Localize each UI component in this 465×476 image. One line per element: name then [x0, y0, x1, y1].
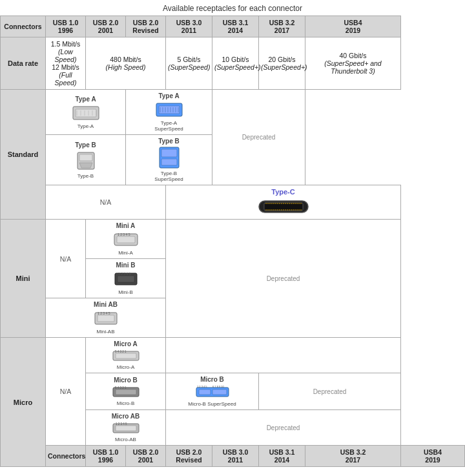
bottom-usb20: USB 2.0 2001	[126, 446, 166, 467]
standard-typea-row: Standard Type A Type-A	[1, 90, 465, 135]
main-title: Available receptacles for each connector	[0, 0, 465, 16]
svg-rect-74	[116, 353, 136, 358]
bottom-usb10: USB 1.0 1996	[86, 446, 126, 467]
standard-typeb-usb3: Type B Type-BSuperSpeed	[126, 135, 212, 185]
bottom-usb31: USB 3.1 2014	[259, 446, 305, 467]
svg-rect-85	[116, 426, 136, 431]
standard-typec-cell: Type-C	[166, 185, 401, 220]
mini-deprecated: Deprecated	[166, 220, 401, 338]
micro-na: N/A	[46, 338, 86, 446]
datarate-usb3: 5 Gbit/s (SuperSpeed)	[166, 37, 212, 90]
svg-text:1 2 3 4 5: 1 2 3 4 5	[118, 233, 130, 236]
datarate-usb1: 1.5 Mbit/s (Low Speed) 12 Mbit/s (Full S…	[46, 37, 86, 90]
micro-a-row: Micro N/A Micro A 5 4 3 2 1 Micro-A	[1, 338, 465, 373]
svg-rect-80	[199, 389, 211, 395]
svg-marker-20	[79, 163, 92, 168]
micro-a-cell: Micro A 5 4 3 2 1 Micro-A	[86, 338, 166, 373]
datarate-row: Data rate 1.5 Mbit/s (Low Speed) 12 Mbit…	[1, 37, 465, 90]
mini-a-cell: Mini A 1 2 3 4 5 Mini-A	[86, 220, 166, 259]
svg-rect-22	[161, 149, 177, 157]
mini-ab-cell: Mini AB 1 2 3 4 5 Mini-AB	[46, 298, 166, 338]
bottom-usb30: USB 3.0 2011	[212, 446, 259, 467]
header-usb31: USB 3.1 2014	[212, 16, 259, 37]
header-usb32: USB 3.2 2017	[259, 16, 305, 37]
svg-text:1 2 3 4 5: 1 2 3 4 5	[98, 311, 110, 315]
standard-typeb-usb2: Type B Type-B	[46, 135, 126, 185]
mini-b-cell: Mini B 1 2 3 4 5 Mini-B	[86, 259, 166, 298]
bottom-connectors: Connectors	[46, 446, 86, 467]
mini-a-row: Mini N/A Mini A 1 2 3 4 5 Mini-A Depreca…	[1, 220, 465, 259]
bottom-header-row: Connectors USB 1.0 1996 USB 2.0 2001 USB…	[1, 446, 465, 467]
svg-rect-77	[116, 389, 136, 395]
standard-typea-usb2: Type A Type-A	[46, 90, 126, 135]
standard-label: Standard	[1, 90, 46, 220]
datarate-usb31: 10 Gbit/s (SuperSpeed+)	[212, 37, 259, 90]
svg-text:1 2 3 4 5: 1 2 3 4 5	[118, 272, 131, 276]
svg-rect-19	[79, 154, 92, 161]
svg-rect-81	[212, 389, 227, 395]
bottom-usb4: USB4 2019	[401, 446, 465, 467]
datarate-usb32: 20 Gbit/s (SuperSpeed+)	[259, 37, 305, 90]
micro-b-superspeed-cell: Micro B 1 2 3 4 5 6 7 8 9 10 Micro-B Sup…	[166, 373, 259, 410]
micro-b-deprecated: Deprecated	[259, 373, 401, 410]
svg-rect-71	[98, 315, 114, 322]
micro-ab-deprecated: Deprecated	[166, 410, 401, 446]
bottom-usb32: USB 3.2 2017	[305, 446, 401, 467]
svg-text:5 4 3 2 1: 5 4 3 2 1	[115, 386, 127, 389]
header-usb20: USB 2.0 2001	[86, 16, 126, 37]
micro-a-empty	[166, 338, 401, 373]
mini-na: N/A	[46, 220, 86, 298]
datarate-usb2: 480 Mbit/s (High Speed)	[86, 37, 166, 90]
header-usb30: USB 3.0 2011	[166, 16, 212, 37]
standard-typea-deprecated: Deprecated	[212, 90, 305, 185]
svg-rect-68	[118, 276, 134, 282]
svg-text:1 2 3 4 5: 1 2 3 4 5	[197, 385, 207, 388]
datarate-label: Data rate	[1, 37, 46, 90]
header-connectors: Connectors	[1, 16, 46, 37]
standard-typec-na: N/A	[46, 185, 166, 220]
svg-text:6 7 8 9 10: 6 7 8 9 10	[212, 385, 225, 388]
header-usb20r: USB 2.0 Revised	[126, 16, 166, 37]
standard-typec-row: N/A Type-C	[1, 185, 465, 220]
bottom-usb20r: USB 2.0 Revised	[166, 446, 212, 467]
standard-typea-usb3: Type A Type-ASuperSpeed	[126, 90, 212, 135]
header-usb4: USB4 2019	[305, 16, 401, 37]
svg-text:1 2 3 4 5: 1 2 3 4 5	[116, 422, 127, 426]
micro-label: Micro	[1, 338, 46, 467]
micro-ab-cell: Micro AB 1 2 3 4 5 Micro-AB	[86, 410, 166, 446]
svg-rect-23	[161, 159, 177, 165]
svg-rect-9	[159, 106, 180, 114]
datarate-usb4: 40 Gbit/s (SuperSpeed+ and Thunderbolt 3…	[305, 37, 401, 90]
svg-text:5 4 3 2 1: 5 4 3 2 1	[115, 350, 127, 353]
header-row: Connectors USB 1.0 1996 USB 2.0 2001 USB…	[1, 16, 465, 37]
mini-label: Mini	[1, 220, 46, 338]
micro-b-cell: Micro B 5 4 3 2 1 Micro-B	[86, 373, 166, 410]
svg-rect-1	[76, 109, 96, 117]
svg-rect-65	[117, 236, 135, 243]
header-usb10: USB 1.0 1996	[46, 16, 86, 37]
